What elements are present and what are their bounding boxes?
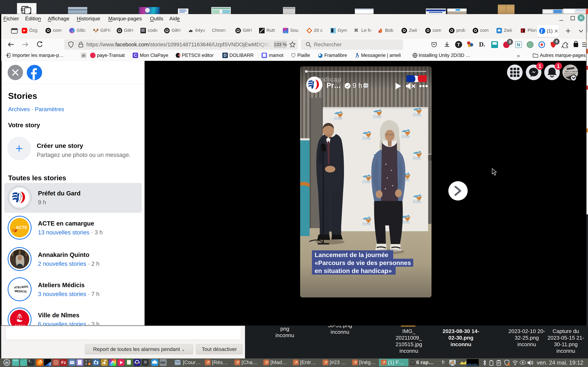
svg-text:9 h: 9 h	[353, 82, 362, 90]
svg-text:Pr…: Pr…	[327, 81, 341, 89]
svg-text:ACTE: ACTE	[16, 225, 27, 230]
svg-text:MEDICIS: MEDICIS	[15, 290, 27, 293]
svg-text:Lancement de la journée: Lancement de la journée	[315, 251, 388, 259]
svg-text:Edit & P0LLUX: Edit & P0LLUX	[565, 71, 578, 73]
svg-text:«Parcours de vie des personnes: «Parcours de vie des personnes	[315, 259, 411, 266]
svg-text:en situation de handicap»: en situation de handicap»	[315, 267, 392, 274]
